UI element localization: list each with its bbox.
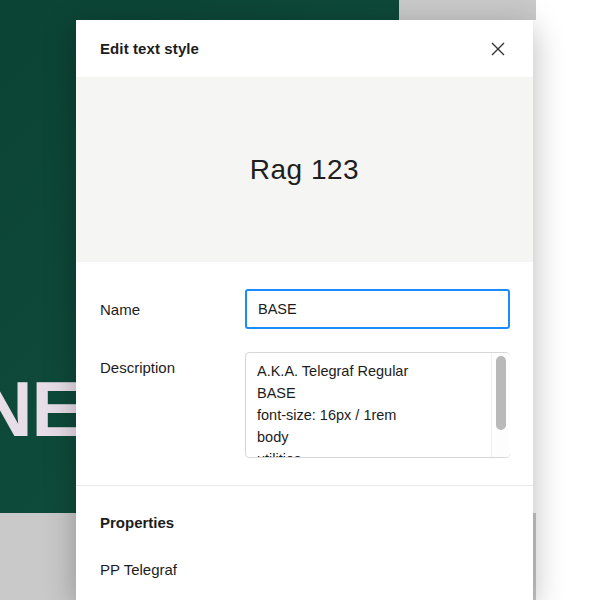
properties-heading: Properties [100, 514, 174, 531]
description-textarea[interactable]: A.K.A. Telegraf Regular BASE font-size: … [245, 352, 510, 458]
style-preview-text: Rag 123 [250, 154, 359, 186]
font-family-value[interactable]: PP Telegraf [100, 561, 177, 578]
close-icon [489, 40, 507, 58]
name-input[interactable] [245, 289, 510, 329]
dialog-header: Edit text style [76, 20, 533, 77]
description-label: Description [100, 359, 175, 376]
section-divider [76, 485, 533, 486]
dialog-title: Edit text style [100, 40, 199, 57]
style-preview-area: Rag 123 [76, 77, 533, 262]
backdrop-gray-strip-top [399, 0, 536, 20]
description-scrollbar-thumb[interactable] [496, 356, 506, 430]
close-button[interactable] [487, 38, 509, 60]
app-canvas: NE Edit text style Rag 123 Name Descript… [0, 0, 600, 600]
backdrop-cutoff-headline: NE [0, 371, 82, 448]
edit-text-style-dialog: Edit text style Rag 123 Name Description… [76, 20, 533, 600]
name-label: Name [100, 301, 140, 318]
